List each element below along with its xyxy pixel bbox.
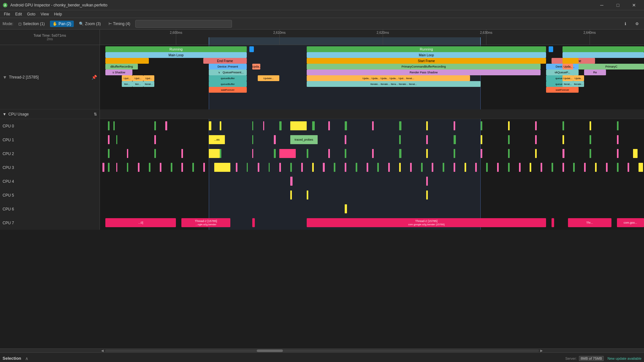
cpu7-thread-6[interactable]: com.goo... [617,218,644,227]
cpu1-bar-6[interactable]: traced_probes [290,135,317,144]
cpu5-bar-1[interactable] [307,190,308,200]
cpu4-content[interactable] [100,174,644,188]
cpu4-bar-1[interactable] [426,177,428,186]
scrollbar-track[interactable] [105,349,539,352]
cpu3-bar-20[interactable] [323,163,324,172]
search-input[interactable] [135,20,232,28]
mainloop-0[interactable]: Main Loop [105,52,247,58]
cpu3-bar-10[interactable] [203,163,205,172]
cpu2-bar-1[interactable] [127,149,128,158]
cpu4-bar-0[interactable] [290,177,293,186]
primary-cmd-2[interactable]: PrimaryC [579,64,644,70]
cpu2-bar-18[interactable] [535,149,537,158]
cpu0-bar-0[interactable] [108,121,110,130]
cpu2-bar-5[interactable] [220,149,221,158]
cpu2-bar-17[interactable] [508,149,510,158]
cpu3-bar-33[interactable] [465,163,466,172]
cpu0-bar-17[interactable] [481,121,482,130]
cpu1-bar-7[interactable] [345,135,346,144]
cpu3-bar-22[interactable] [345,163,346,172]
cpu1-bar-5[interactable] [274,135,275,144]
scrollbar-thumb[interactable] [257,349,283,352]
frame-1[interactable] [562,58,579,64]
minimize-button[interactable]: ─ [594,0,609,10]
cpu2-bar-16[interactable] [481,149,482,158]
cpu1-bar-16[interactable] [617,135,619,144]
settings-button[interactable]: ⚙ [632,19,641,28]
cpu0-bar-13[interactable] [372,121,374,130]
update-link[interactable]: New update available [608,357,641,360]
update-big[interactable]: Update... [258,75,280,81]
cpu2-bar-19[interactable] [562,149,565,158]
cpu1-bar-1[interactable] [116,135,117,144]
cpu3-bar-46[interactable] [606,163,608,172]
queue-present-1[interactable]: QueuePresent... [220,70,247,75]
cpu3-bar-12[interactable] [236,163,237,172]
cpu6-content[interactable] [100,202,644,216]
cpu3-bar-30[interactable] [432,163,433,172]
upd-0[interactable]: Upd... [122,75,133,81]
menu-goto[interactable]: Goto [24,11,38,17]
queue-buf-0[interactable]: queueBuffer [209,75,247,81]
cpu7-thread-1[interactable]: Thread-2 [15785]...ogle.a2g.bender [181,218,230,227]
cpu0-bar-12[interactable] [345,121,347,130]
cpu3-bar-37[interactable] [508,163,510,172]
buffer-rec-0[interactable]: dBufferRecording [105,64,138,70]
mode-selection[interactable]: ◻ Selection (1) [16,21,47,27]
cpu2-bar-0[interactable] [108,149,110,158]
cpu1-bar-0[interactable] [108,135,110,144]
cpu3-bar-38[interactable] [519,163,521,172]
cpu3-bar-17[interactable] [290,163,292,172]
cpu3-bar-42[interactable] [562,163,564,172]
cpu3-bar-49[interactable] [639,163,643,172]
menu-help[interactable]: Help [52,11,65,17]
cpu7-thread-2[interactable] [252,218,255,227]
cpu3-bar-8[interactable] [181,163,183,172]
cpu1-bar-12[interactable] [508,135,510,144]
cpu3-bar-9[interactable] [192,163,194,172]
cpu3-bar-31[interactable] [443,163,444,172]
cpu2-bar-6[interactable] [252,149,253,158]
close-button[interactable]: ✕ [627,0,641,10]
cpu0-bar-4[interactable] [209,121,211,130]
upda-1[interactable]: Upda.. [562,64,573,70]
cpu2-bar-13[interactable] [399,149,401,158]
cpu2-bar-21[interactable] [617,149,619,158]
cpu1-bar-9[interactable] [426,135,428,144]
cpu3-bar-0[interactable] [102,163,104,172]
cpu3-bar-39[interactable] [530,163,531,172]
cpu0-bar-20[interactable] [562,121,564,130]
cpu5-bar-0[interactable] [290,190,292,200]
cpu3-content[interactable] [100,161,644,174]
cpu0-bar-2[interactable] [154,121,156,130]
cpu0-bar-18[interactable] [508,121,510,130]
cpu3-bar-45[interactable] [595,163,597,172]
iter-0[interactable]: Iter... [122,81,133,87]
shadow-0[interactable]: s Shadow [105,70,132,75]
iter-many[interactable]: Iterate... Iterate... Itera... Iterate..… [307,81,481,87]
mode-zoom[interactable]: 🔍 Zoom (3) [76,21,103,27]
iter-2[interactable]: Iterat... [143,81,154,87]
upd-1[interactable]: Upd... [132,75,143,81]
cpu2-bar-2[interactable] [154,149,156,158]
queue-buf-2[interactable]: queueBuffer [209,81,247,87]
menu-file[interactable]: File [1,11,13,17]
cpu3-bar-7[interactable] [171,163,172,172]
menu-edit[interactable]: Edit [13,11,24,17]
cpu3-bar-47[interactable] [617,163,619,172]
cpu-usage-sort[interactable]: ⇅ [94,112,97,116]
vkqueue-1[interactable]: vkQueueP... [546,70,579,75]
cpu3-bar-5[interactable] [149,163,150,172]
upd-2[interactable]: Upd... [143,75,154,81]
cpu3-bar-18[interactable] [301,163,303,172]
cpu1-bar-8[interactable] [399,135,401,144]
cpu0-bar-3[interactable] [165,121,168,130]
cpu1-bar-4[interactable] [252,135,253,144]
cpu7-thread-4[interactable] [552,218,554,227]
primary-cmd[interactable]: PrimaryCommandBufferRecording [307,64,541,70]
cpu2-content[interactable] [100,147,644,161]
cpu0-content[interactable] [100,119,644,133]
cpu5-bar-2[interactable] [426,190,428,200]
cpu0-bar-15[interactable] [426,121,428,130]
cpu1-bar-3[interactable]: ...es [209,135,225,144]
